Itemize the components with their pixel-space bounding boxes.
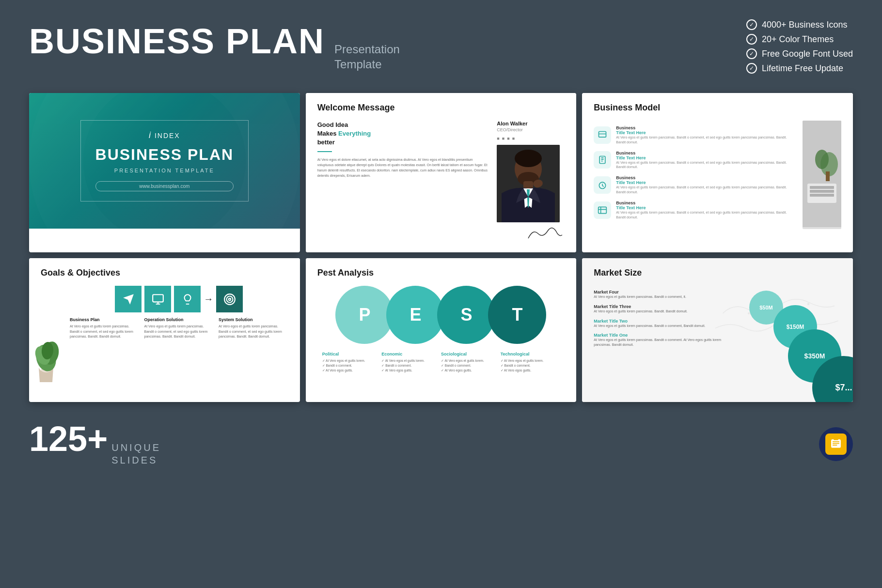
- cover-logo-i: i: [149, 130, 152, 140]
- business-icon-1: [594, 126, 611, 144]
- feature-label-3: Free Google Font Used: [762, 49, 853, 59]
- goal-item-1: Business Plan At Vero egos et guitls lor…: [70, 317, 140, 340]
- goal-item-title-2: Operation Solution: [144, 317, 214, 322]
- person-role: CEO/Director: [497, 127, 565, 132]
- signature: [497, 226, 565, 243]
- market-title-1: Market Four: [594, 290, 737, 294]
- pest-circle-t: T: [488, 286, 546, 344]
- market-item-3: Market Title Two At Vero egos et guitls …: [594, 319, 737, 328]
- business-text-3: Business Title Text Here At Vero egos et…: [616, 175, 797, 195]
- pest-circles: P E S T: [317, 286, 565, 344]
- goal-item-text-1: At Vero egos et guitls lorem pancsimas. …: [70, 324, 140, 340]
- goal-item-text-2: At Vero egos et guitls lorem pancsimas. …: [144, 324, 214, 340]
- business-text-4: Business Title Text Here At Vero egos et…: [616, 201, 797, 220]
- market-content: Market Size Market Four At Vero egos et …: [582, 258, 853, 402]
- business-item-4: Business Title Text Here At Vero egos et…: [594, 201, 797, 220]
- pest-text-political: ✓ At Vero egos et guitls lorem.✓ Bandit …: [322, 358, 382, 372]
- sub-title: PresentationTemplate: [334, 42, 400, 72]
- person-photo: [497, 145, 560, 222]
- footer-number: 125+: [29, 421, 108, 456]
- business-content: Business Model Business Title Text Here: [582, 93, 853, 239]
- goals-content: Goals & Objectives: [29, 258, 300, 384]
- pest-circle-s: S: [437, 286, 495, 344]
- cover-logo: i INDEX: [95, 130, 234, 140]
- welcome-right: Alon Walker CEO/Director ■ ■ ■ ■: [497, 121, 565, 243]
- b-sublabel-1: Title Text Here: [616, 130, 797, 135]
- goal-icon-plane: [115, 286, 142, 312]
- market-desc-1: At Vero egos et guitls lorem pancsimas. …: [594, 294, 737, 299]
- market-body: Market Four At Vero egos et guitls lorem…: [594, 286, 841, 392]
- b-sublabel-3: Title Text Here: [616, 180, 797, 185]
- cover-slide-content: i INDEX BUSINESS PLAN PRESENTATION TEMPL…: [29, 93, 300, 229]
- goal-item-title-1: Business Plan: [70, 317, 140, 322]
- welcome-body-text: At Vero egos et dolore eliacumet, at sel…: [317, 157, 489, 179]
- goal-icon-monitor: [144, 286, 171, 312]
- pest-title-economic: Economic: [381, 352, 441, 356]
- pest-text-tech: ✓ At Vero egos et guitls lorem.✓ Bandit …: [501, 358, 560, 372]
- business-icon-4: [594, 201, 611, 219]
- cover-url: www.businessplan.com: [95, 181, 234, 191]
- pest-text-social: ✓ At Vero egos et guitls lorem.✓ Bandit …: [441, 358, 501, 372]
- business-icon-3: [594, 176, 611, 194]
- svg-rect-8: [598, 207, 607, 213]
- goal-icon-target: [216, 286, 243, 312]
- svg-rect-12: [810, 190, 834, 193]
- slide-market: Market Size Market Four At Vero egos et …: [582, 258, 853, 402]
- pest-label-political: Political ✓ At Vero egos et guitls lorem…: [322, 352, 382, 372]
- check-icon-4: ✓: [746, 63, 757, 74]
- feature-item-4: ✓ Lifetime Free Update: [746, 63, 853, 74]
- slide-goals: Goals & Objectives: [29, 258, 300, 402]
- svg-rect-16: [826, 171, 830, 181]
- goals-icons-row: →: [70, 286, 288, 312]
- feature-item-3: ✓ Free Google Font Used: [746, 48, 853, 59]
- goals-plant: [29, 334, 63, 384]
- slides-grid: i INDEX BUSINESS PLAN PRESENTATION TEMPL…: [29, 93, 853, 402]
- business-item-3: Business Title Text Here At Vero egos et…: [594, 175, 797, 195]
- welcome-body: Good Idea Makes Everything better At Ver…: [317, 121, 565, 243]
- market-bubbles: $50M $150M $350M $7...: [744, 286, 841, 392]
- business-photo: [803, 121, 841, 229]
- feature-item-2: ✓ 20+ Color Themes: [746, 34, 853, 45]
- check-icon-2: ✓: [746, 34, 757, 45]
- google-slides-button[interactable]: [819, 427, 853, 461]
- business-title: Business Model: [594, 103, 841, 113]
- feature-label-2: 20+ Color Themes: [762, 34, 834, 45]
- b-desc-4: At Vero egos et guitls lorem pancsimas. …: [616, 210, 797, 220]
- tagline-line3: better: [317, 139, 335, 146]
- pest-content: Pest Analysis P E S T Political ✓ At Ver…: [306, 258, 577, 384]
- pest-title-tech: Technological: [501, 352, 560, 356]
- svg-rect-17: [153, 294, 163, 302]
- header-title: BUSINESS PLAN PresentationTemplate: [29, 21, 400, 72]
- b-sublabel-4: Title Text Here: [616, 205, 797, 210]
- tagline-line2: Makes Everything: [317, 130, 371, 137]
- slide-cover: i INDEX BUSINESS PLAN PRESENTATION TEMPL…: [29, 93, 300, 252]
- pest-label-economic: Economic ✓ At Vero egos et guitls lorem.…: [381, 352, 441, 372]
- business-items-list: Business Title Text Here At Vero egos et…: [594, 125, 797, 229]
- footer-label: UNIQUESLIDES: [111, 441, 161, 466]
- cover-main-title: BUSINESS PLAN: [95, 146, 234, 163]
- svg-rect-31: [833, 441, 839, 442]
- goal-icon-lightbulb: [174, 286, 201, 312]
- footer: 125+ UNIQUESLIDES: [29, 421, 853, 466]
- svg-point-2: [515, 150, 542, 167]
- pest-label-tech: Technological ✓ At Vero egos et guitls l…: [501, 352, 560, 372]
- main-title: BUSINESS PLAN: [29, 21, 325, 61]
- check-icon-1: ✓: [746, 19, 757, 30]
- market-item-2: Market Title Three At Vero egos et guitl…: [594, 304, 737, 314]
- feature-item-1: ✓ 4000+ Business Icons: [746, 19, 853, 30]
- pest-text-economic: ✓ At Vero egos et guitls lorem.✓ Bandit …: [381, 358, 441, 372]
- b-label-3: Business: [616, 175, 797, 180]
- goals-items-row: Business Plan At Vero egos et guitls lor…: [70, 317, 288, 340]
- person-name: Alon Walker: [497, 121, 565, 126]
- b-label-2: Business: [616, 151, 797, 155]
- market-items-list: Market Four At Vero egos et guitls lorem…: [594, 290, 737, 392]
- market-desc-4: At Vero egos et guitls lorem pancsimas. …: [594, 338, 737, 347]
- b-desc-1: At Vero egos et guitls lorem pancsimas. …: [616, 135, 797, 145]
- svg-point-19: [226, 296, 233, 302]
- welcome-content-wrap: Welcome Message Good Idea Makes Everythi…: [306, 93, 577, 252]
- svg-rect-34: [834, 439, 838, 440]
- pest-circle-e: E: [386, 286, 444, 344]
- feature-label-4: Lifetime Free Update: [762, 63, 843, 74]
- market-title-4: Market Title One: [594, 333, 737, 338]
- pest-labels: Political ✓ At Vero egos et guitls lorem…: [317, 352, 565, 372]
